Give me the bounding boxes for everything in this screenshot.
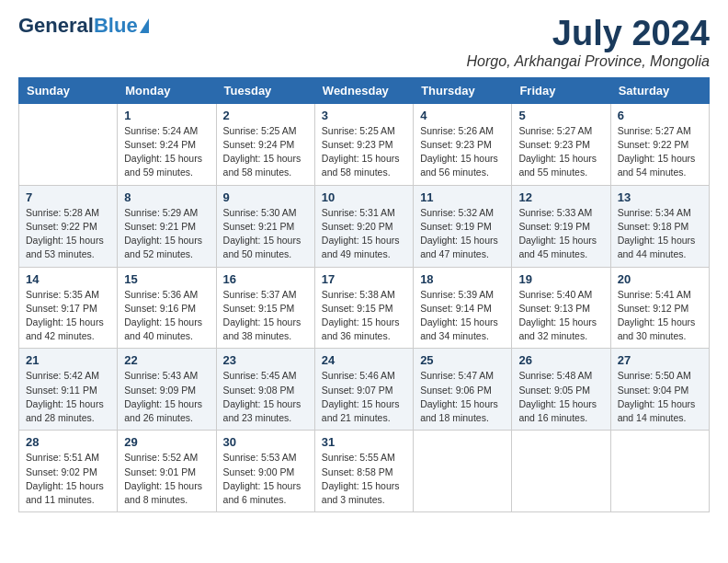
- cell-info-text: Sunrise: 5:52 AMSunset: 9:01 PMDaylight:…: [124, 451, 209, 507]
- calendar-cell: 17Sunrise: 5:38 AMSunset: 9:15 PMDayligh…: [314, 267, 413, 349]
- cell-info-text: Sunrise: 5:45 AMSunset: 9:08 PMDaylight:…: [223, 369, 308, 425]
- location-title: Horgo, Arkhangai Province, Mongolia: [467, 53, 710, 70]
- month-title: July 2024: [467, 15, 710, 53]
- cell-info-text: Sunrise: 5:24 AMSunset: 9:24 PMDaylight:…: [124, 124, 209, 180]
- calendar-cell: 14Sunrise: 5:35 AMSunset: 9:17 PMDayligh…: [19, 267, 118, 349]
- cell-date-number: 23: [223, 353, 308, 367]
- calendar-week-row: 21Sunrise: 5:42 AMSunset: 9:11 PMDayligh…: [19, 349, 710, 431]
- calendar-cell: [610, 431, 709, 512]
- calendar-cell: [19, 103, 118, 185]
- cell-info-text: Sunrise: 5:50 AMSunset: 9:04 PMDaylight:…: [618, 369, 702, 425]
- calendar-week-row: 1Sunrise: 5:24 AMSunset: 9:24 PMDaylight…: [19, 103, 710, 185]
- cell-date-number: 27: [618, 353, 702, 367]
- cell-info-text: Sunrise: 5:55 AMSunset: 8:58 PMDaylight:…: [322, 451, 406, 507]
- calendar-cell: 21Sunrise: 5:42 AMSunset: 9:11 PMDayligh…: [19, 349, 118, 431]
- cell-info-text: Sunrise: 5:51 AMSunset: 9:02 PMDaylight:…: [26, 451, 110, 507]
- cell-info-text: Sunrise: 5:40 AMSunset: 9:13 PMDaylight:…: [518, 288, 603, 344]
- calendar-week-row: 7Sunrise: 5:28 AMSunset: 9:22 PMDaylight…: [19, 185, 710, 267]
- cell-date-number: 31: [322, 435, 406, 449]
- calendar-cell: 19Sunrise: 5:40 AMSunset: 9:13 PMDayligh…: [512, 267, 610, 349]
- logo-text: GeneralBlue: [18, 15, 138, 37]
- cell-info-text: Sunrise: 5:38 AMSunset: 9:15 PMDaylight:…: [322, 288, 406, 344]
- weekday-header-friday: Friday: [512, 77, 610, 103]
- cell-date-number: 18: [420, 272, 505, 286]
- cell-date-number: 21: [26, 353, 110, 367]
- cell-info-text: Sunrise: 5:25 AMSunset: 9:23 PMDaylight:…: [322, 124, 406, 180]
- cell-date-number: 13: [618, 190, 702, 204]
- weekday-header-saturday: Saturday: [610, 77, 709, 103]
- cell-info-text: Sunrise: 5:43 AMSunset: 9:09 PMDaylight:…: [124, 369, 209, 425]
- cell-info-text: Sunrise: 5:48 AMSunset: 9:05 PMDaylight:…: [518, 369, 603, 425]
- cell-info-text: Sunrise: 5:29 AMSunset: 9:21 PMDaylight:…: [124, 206, 209, 262]
- weekday-header-sunday: Sunday: [19, 77, 118, 103]
- calendar-cell: 16Sunrise: 5:37 AMSunset: 9:15 PMDayligh…: [216, 267, 314, 349]
- cell-info-text: Sunrise: 5:47 AMSunset: 9:06 PMDaylight:…: [420, 369, 505, 425]
- cell-date-number: 10: [322, 190, 406, 204]
- calendar-cell: 25Sunrise: 5:47 AMSunset: 9:06 PMDayligh…: [414, 349, 512, 431]
- calendar-cell: 29Sunrise: 5:52 AMSunset: 9:01 PMDayligh…: [118, 431, 216, 512]
- cell-date-number: 2: [223, 109, 308, 122]
- cell-date-number: 4: [420, 109, 505, 122]
- cell-date-number: 17: [322, 272, 406, 286]
- cell-info-text: Sunrise: 5:26 AMSunset: 9:23 PMDaylight:…: [420, 124, 505, 180]
- weekday-header-thursday: Thursday: [414, 77, 512, 103]
- cell-date-number: 9: [223, 190, 308, 204]
- calendar-cell: 18Sunrise: 5:39 AMSunset: 9:14 PMDayligh…: [414, 267, 512, 349]
- cell-info-text: Sunrise: 5:41 AMSunset: 9:12 PMDaylight:…: [618, 288, 702, 344]
- calendar-cell: 24Sunrise: 5:46 AMSunset: 9:07 PMDayligh…: [314, 349, 413, 431]
- calendar-cell: [414, 431, 512, 512]
- calendar-cell: 31Sunrise: 5:55 AMSunset: 8:58 PMDayligh…: [314, 431, 413, 512]
- calendar-cell: 7Sunrise: 5:28 AMSunset: 9:22 PMDaylight…: [19, 185, 118, 267]
- cell-info-text: Sunrise: 5:46 AMSunset: 9:07 PMDaylight:…: [322, 369, 406, 425]
- calendar-cell: [512, 431, 610, 512]
- cell-info-text: Sunrise: 5:32 AMSunset: 9:19 PMDaylight:…: [420, 206, 505, 262]
- calendar-cell: 1Sunrise: 5:24 AMSunset: 9:24 PMDaylight…: [118, 103, 216, 185]
- cell-date-number: 8: [124, 190, 209, 204]
- cell-date-number: 20: [618, 272, 702, 286]
- cell-date-number: 22: [124, 353, 209, 367]
- calendar-cell: 3Sunrise: 5:25 AMSunset: 9:23 PMDaylight…: [314, 103, 413, 185]
- calendar-cell: 6Sunrise: 5:27 AMSunset: 9:22 PMDaylight…: [610, 103, 709, 185]
- cell-info-text: Sunrise: 5:28 AMSunset: 9:22 PMDaylight:…: [26, 206, 110, 262]
- cell-info-text: Sunrise: 5:34 AMSunset: 9:18 PMDaylight:…: [618, 206, 702, 262]
- calendar-cell: 4Sunrise: 5:26 AMSunset: 9:23 PMDaylight…: [414, 103, 512, 185]
- weekday-header-tuesday: Tuesday: [216, 77, 314, 103]
- logo-triangle-icon: [140, 18, 149, 33]
- cell-info-text: Sunrise: 5:33 AMSunset: 9:19 PMDaylight:…: [518, 206, 603, 262]
- cell-date-number: 25: [420, 353, 505, 367]
- calendar-cell: 15Sunrise: 5:36 AMSunset: 9:16 PMDayligh…: [118, 267, 216, 349]
- weekday-header-monday: Monday: [118, 77, 216, 103]
- header: GeneralBlue July 2024 Horgo, Arkhangai P…: [18, 15, 710, 70]
- calendar-cell: 28Sunrise: 5:51 AMSunset: 9:02 PMDayligh…: [19, 431, 118, 512]
- cell-date-number: 12: [518, 190, 603, 204]
- cell-date-number: 14: [26, 272, 110, 286]
- cell-info-text: Sunrise: 5:53 AMSunset: 9:00 PMDaylight:…: [223, 451, 308, 507]
- cell-info-text: Sunrise: 5:36 AMSunset: 9:16 PMDaylight:…: [124, 288, 209, 344]
- cell-date-number: 1: [124, 109, 209, 122]
- cell-info-text: Sunrise: 5:39 AMSunset: 9:14 PMDaylight:…: [420, 288, 505, 344]
- cell-info-text: Sunrise: 5:37 AMSunset: 9:15 PMDaylight:…: [223, 288, 308, 344]
- calendar-week-row: 28Sunrise: 5:51 AMSunset: 9:02 PMDayligh…: [19, 431, 710, 512]
- weekday-header-row: SundayMondayTuesdayWednesdayThursdayFrid…: [19, 77, 710, 103]
- cell-info-text: Sunrise: 5:35 AMSunset: 9:17 PMDaylight:…: [26, 288, 110, 344]
- weekday-header-wednesday: Wednesday: [314, 77, 413, 103]
- cell-date-number: 6: [618, 109, 702, 122]
- cell-date-number: 3: [322, 109, 406, 122]
- calendar-cell: 9Sunrise: 5:30 AMSunset: 9:21 PMDaylight…: [216, 185, 314, 267]
- cell-info-text: Sunrise: 5:42 AMSunset: 9:11 PMDaylight:…: [26, 369, 110, 425]
- title-area: July 2024 Horgo, Arkhangai Province, Mon…: [467, 15, 710, 70]
- calendar-cell: 12Sunrise: 5:33 AMSunset: 9:19 PMDayligh…: [512, 185, 610, 267]
- cell-date-number: 19: [518, 272, 603, 286]
- cell-info-text: Sunrise: 5:25 AMSunset: 9:24 PMDaylight:…: [223, 124, 308, 180]
- calendar-cell: 23Sunrise: 5:45 AMSunset: 9:08 PMDayligh…: [216, 349, 314, 431]
- cell-info-text: Sunrise: 5:31 AMSunset: 9:20 PMDaylight:…: [322, 206, 406, 262]
- calendar-cell: 27Sunrise: 5:50 AMSunset: 9:04 PMDayligh…: [610, 349, 709, 431]
- cell-date-number: 29: [124, 435, 209, 449]
- calendar-cell: 20Sunrise: 5:41 AMSunset: 9:12 PMDayligh…: [610, 267, 709, 349]
- calendar-cell: 30Sunrise: 5:53 AMSunset: 9:00 PMDayligh…: [216, 431, 314, 512]
- cell-date-number: 16: [223, 272, 308, 286]
- calendar-cell: 22Sunrise: 5:43 AMSunset: 9:09 PMDayligh…: [118, 349, 216, 431]
- cell-date-number: 30: [223, 435, 308, 449]
- calendar-cell: 26Sunrise: 5:48 AMSunset: 9:05 PMDayligh…: [512, 349, 610, 431]
- cell-info-text: Sunrise: 5:27 AMSunset: 9:23 PMDaylight:…: [518, 124, 603, 180]
